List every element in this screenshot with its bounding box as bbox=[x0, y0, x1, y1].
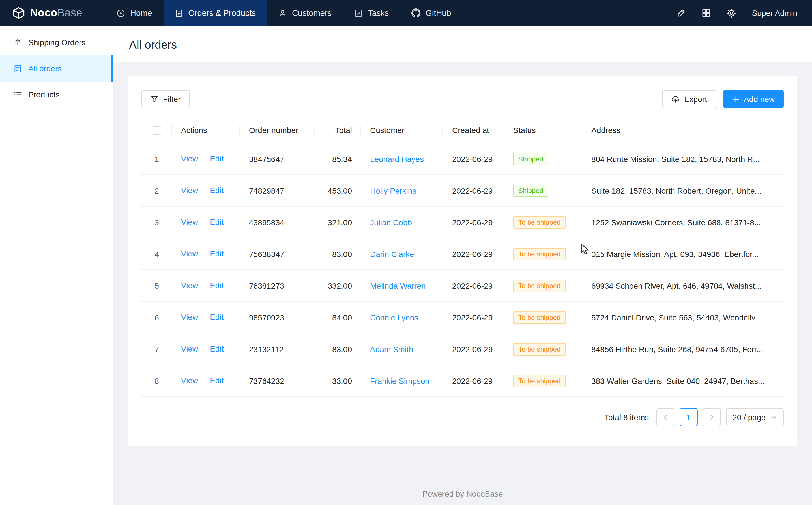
edit-link[interactable]: Edit bbox=[210, 186, 224, 195]
col-header-address: Address bbox=[582, 125, 784, 135]
total-cell: 332.00 bbox=[315, 281, 361, 290]
created-at-cell: 2022-06-29 bbox=[443, 313, 504, 322]
col-header-customer: Customer bbox=[361, 125, 443, 135]
apps-grid-icon[interactable] bbox=[702, 8, 711, 18]
filter-button[interactable]: Filter bbox=[142, 90, 190, 108]
plus-icon bbox=[732, 96, 739, 103]
sidebar-item-products[interactable]: Products bbox=[0, 81, 112, 108]
view-link[interactable]: View bbox=[181, 344, 198, 354]
customer-link[interactable]: Adam Smith bbox=[370, 344, 414, 354]
github-icon bbox=[412, 8, 421, 18]
total-cell: 453.00 bbox=[315, 186, 361, 195]
address-cell: 015 Margie Mission, Apt. 093, 34936, Ebe… bbox=[582, 249, 784, 259]
col-header-status: Status bbox=[504, 125, 582, 135]
total-cell: 85.34 bbox=[315, 154, 361, 163]
order-number-cell: 43895834 bbox=[240, 218, 315, 227]
view-link[interactable]: View bbox=[181, 249, 198, 259]
ui-editor-pen-icon[interactable] bbox=[677, 8, 686, 18]
edit-link[interactable]: Edit bbox=[210, 154, 224, 163]
edit-link[interactable]: Edit bbox=[210, 376, 224, 385]
nav-item-orders-products[interactable]: Orders & Products bbox=[163, 0, 267, 26]
nav-item-customers[interactable]: Customers bbox=[267, 0, 343, 26]
view-link[interactable]: View bbox=[181, 186, 198, 195]
customers-icon bbox=[278, 9, 287, 17]
page-size-select[interactable]: 20 / page bbox=[726, 408, 784, 426]
row-index: 5 bbox=[142, 281, 172, 290]
customer-link[interactable]: Connie Lyons bbox=[370, 313, 418, 322]
actions-cell: ViewEdit bbox=[172, 344, 240, 354]
row-index: 3 bbox=[142, 218, 172, 227]
status-badge: To be shipped bbox=[513, 280, 566, 292]
nav-item-github[interactable]: GitHub bbox=[400, 0, 462, 26]
actions-cell: ViewEdit bbox=[172, 154, 240, 164]
actions-cell: ViewEdit bbox=[172, 186, 240, 195]
settings-gear-icon[interactable] bbox=[727, 8, 736, 18]
order-number-cell: 23132112 bbox=[240, 344, 315, 354]
col-header-order-number: Order number bbox=[240, 125, 315, 135]
edit-link[interactable]: Edit bbox=[210, 249, 224, 259]
nocobase-logo[interactable]: NocoBase bbox=[0, 0, 105, 26]
status-cell: To be shipped bbox=[504, 280, 582, 292]
page-number-button[interactable]: 1 bbox=[679, 408, 698, 426]
edit-link[interactable]: Edit bbox=[210, 344, 224, 354]
actions-cell: ViewEdit bbox=[172, 313, 240, 322]
select-all-cell bbox=[142, 125, 172, 135]
export-button[interactable]: Export bbox=[662, 90, 716, 108]
view-link[interactable]: View bbox=[181, 281, 198, 290]
customer-link[interactable]: Darin Clarke bbox=[370, 249, 414, 259]
filter-icon bbox=[151, 95, 159, 103]
order-number-cell: 38475647 bbox=[240, 154, 315, 163]
status-badge: To be shipped bbox=[513, 248, 566, 260]
page-header: All orders bbox=[113, 26, 812, 62]
total-cell: 84.00 bbox=[315, 313, 361, 322]
col-header-total: Total bbox=[315, 125, 361, 135]
edit-link[interactable]: Edit bbox=[210, 313, 224, 322]
total-cell: 321.00 bbox=[315, 218, 361, 227]
customer-cell: Melinda Warren bbox=[361, 281, 443, 290]
view-link[interactable]: View bbox=[181, 154, 198, 163]
customer-link[interactable]: Holly Perkins bbox=[370, 186, 416, 195]
view-link[interactable]: View bbox=[181, 218, 198, 227]
table-row: 2 ViewEdit 74829847 453.00 Holly Perkins… bbox=[142, 175, 784, 207]
actions-cell: ViewEdit bbox=[172, 249, 240, 259]
customer-cell: Julian Cobb bbox=[361, 218, 443, 227]
row-index: 7 bbox=[142, 344, 172, 354]
sidebar-item-shipping-orders[interactable]: Shipping Orders bbox=[0, 29, 112, 55]
orders-icon bbox=[175, 9, 183, 17]
prev-page-button[interactable] bbox=[656, 408, 674, 426]
created-at-cell: 2022-06-29 bbox=[443, 154, 504, 163]
status-badge: Shipped bbox=[513, 184, 548, 197]
order-number-cell: 73764232 bbox=[240, 376, 315, 385]
total-cell: 33.00 bbox=[315, 376, 361, 385]
powered-by-footer: Powered by NocoBase bbox=[113, 477, 812, 505]
view-link[interactable]: View bbox=[181, 313, 198, 322]
customer-link[interactable]: Leonard Hayes bbox=[370, 154, 424, 163]
nav-item-home[interactable]: Home bbox=[105, 0, 163, 26]
nav-item-label: Tasks bbox=[368, 8, 389, 18]
add-new-button[interactable]: Add new bbox=[723, 90, 784, 108]
page-content: Filter Export bbox=[113, 62, 812, 460]
user-menu[interactable]: Super Admin bbox=[752, 8, 797, 18]
customer-link[interactable]: Melinda Warren bbox=[370, 281, 426, 290]
customer-link[interactable]: Julian Cobb bbox=[370, 218, 412, 227]
nav-item-label: Orders & Products bbox=[188, 8, 256, 18]
status-badge: To be shipped bbox=[513, 374, 566, 387]
customer-link[interactable]: Frankie Simpson bbox=[370, 376, 430, 385]
nav-item-tasks[interactable]: Tasks bbox=[343, 0, 400, 26]
next-page-button[interactable] bbox=[703, 408, 721, 426]
sidebar-item-all-orders[interactable]: All orders bbox=[0, 55, 112, 81]
col-header-created-at: Created at bbox=[443, 125, 504, 135]
nav-item-label: Home bbox=[130, 8, 152, 18]
customer-cell: Darin Clarke bbox=[361, 249, 443, 259]
row-index: 8 bbox=[142, 376, 172, 385]
table-row: 8 ViewEdit 73764232 33.00 Frankie Simpso… bbox=[142, 365, 784, 397]
table-row: 5 ViewEdit 76381273 332.00 Melinda Warre… bbox=[142, 270, 784, 302]
view-link[interactable]: View bbox=[181, 376, 198, 385]
edit-link[interactable]: Edit bbox=[210, 218, 224, 227]
select-all-checkbox[interactable] bbox=[153, 126, 161, 135]
created-at-cell: 2022-06-29 bbox=[443, 249, 504, 259]
row-index: 1 bbox=[142, 154, 172, 163]
edit-link[interactable]: Edit bbox=[210, 281, 224, 290]
card-toolbar: Filter Export bbox=[142, 90, 784, 108]
brand-name: NocoBase bbox=[30, 7, 82, 19]
